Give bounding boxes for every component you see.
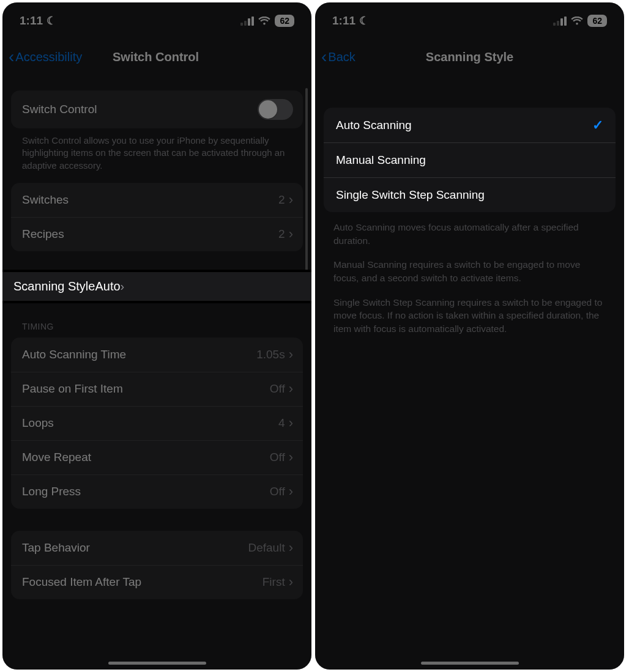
row-label: Focused Item After Tap [22,575,262,589]
row-value: 4 [278,416,289,430]
row-value: Auto [95,279,120,294]
chevron-right-icon: › [289,574,293,590]
row-value: 2 [278,227,289,241]
option-label: Manual Scanning [336,153,603,167]
navigation-bar: ‹ Back Scanning Style [315,39,624,75]
manual-scanning-description: Manual Scanning requires a switch to be … [315,247,624,284]
chevron-right-icon: › [121,279,125,294]
navigation-bar: ‹ Accessibility Switch Control [2,39,311,75]
switch-control-toggle[interactable] [258,99,293,120]
option-manual-scanning[interactable]: Manual Scanning [324,142,616,177]
checkmark-icon: ✓ [592,117,603,133]
row-label: Scanning Style [13,279,95,294]
option-label: Single Switch Step Scanning [336,188,603,202]
do-not-disturb-icon: ☾ [359,14,369,28]
row-label: Long Press [22,485,270,498]
do-not-disturb-icon: ☾ [47,14,56,28]
chevron-left-icon: ‹ [9,52,14,62]
loops-row[interactable]: Loops 4 › [11,406,303,440]
back-button[interactable]: ‹ Accessibility [9,50,82,64]
auto-scanning-time-row[interactable]: Auto Scanning Time 1.05s › [11,338,303,372]
cellular-signal-icon [553,17,567,26]
row-label: Loops [22,416,278,430]
row-value: Default [248,541,288,555]
row-value: 1.05s [256,348,288,361]
home-indicator[interactable] [421,662,519,665]
scanning-style-row[interactable]: Scanning Style Auto › [2,270,311,303]
row-label: Tap Behavior [22,541,248,555]
focused-item-after-tap-row[interactable]: Focused Item After Tap First › [11,565,303,599]
wifi-icon [258,17,270,26]
row-value: Off [270,485,289,498]
chevron-right-icon: › [289,381,293,397]
battery-indicator: 62 [275,15,294,27]
status-time: 1:11 [332,14,355,28]
chevron-right-icon: › [289,540,293,556]
back-label: Accessibility [15,50,82,64]
pause-first-item-row[interactable]: Pause on First Item Off › [11,372,303,406]
tap-behavior-row[interactable]: Tap Behavior Default › [11,531,303,565]
status-bar: 1:11 ☾ 62 [2,2,311,39]
row-value: Off [270,451,289,464]
row-label: Switch Control [22,103,258,116]
option-auto-scanning[interactable]: Auto Scanning ✓ [324,108,616,142]
page-title: Scanning Style [315,50,624,64]
tap-group: Tap Behavior Default › Focused Item Afte… [11,531,303,599]
row-value: Off [270,382,289,396]
timing-header: TIMING [11,303,303,335]
chevron-right-icon: › [289,449,293,465]
switch-control-toggle-row[interactable]: Switch Control [11,90,303,128]
switches-row[interactable]: Switches 2 › [11,183,303,217]
row-label: Move Repeat [22,451,270,464]
chevron-right-icon: › [289,484,293,500]
row-label: Auto Scanning Time [22,348,256,361]
single-switch-description: Single Switch Step Scanning requires a s… [315,285,624,336]
chevron-right-icon: › [289,226,293,242]
back-button[interactable]: ‹ Back [321,50,355,64]
recipes-row[interactable]: Recipes 2 › [11,217,303,251]
timing-group: Auto Scanning Time 1.05s › Pause on Firs… [11,338,303,509]
back-label: Back [328,50,355,64]
row-value: 2 [278,193,289,207]
status-bar: 1:11 ☾ 62 [315,2,624,39]
row-label: Switches [22,193,278,207]
row-label: Pause on First Item [22,382,270,396]
switches-group: Switches 2 › Recipes 2 › [11,183,303,251]
switch-control-group: Switch Control [11,90,303,128]
scanning-style-options: Auto Scanning ✓ Manual Scanning Single S… [324,108,616,212]
chevron-right-icon: › [289,415,293,431]
switch-control-description: Switch Control allows you to use your iP… [11,128,303,172]
option-label: Auto Scanning [336,119,592,132]
move-repeat-row[interactable]: Move Repeat Off › [11,440,303,474]
chevron-right-icon: › [289,192,293,208]
row-value: First [262,575,289,589]
row-label: Recipes [22,227,278,241]
option-single-switch-step-scanning[interactable]: Single Switch Step Scanning [324,177,616,212]
long-press-row[interactable]: Long Press Off › [11,474,303,509]
chevron-left-icon: ‹ [321,52,327,62]
battery-indicator: 62 [587,15,607,27]
chevron-right-icon: › [289,347,293,363]
wifi-icon [571,17,583,26]
home-indicator[interactable] [108,662,206,665]
cellular-signal-icon [240,17,254,26]
auto-scanning-description: Auto Scanning moves focus automatically … [315,212,624,247]
status-time: 1:11 [20,14,43,28]
